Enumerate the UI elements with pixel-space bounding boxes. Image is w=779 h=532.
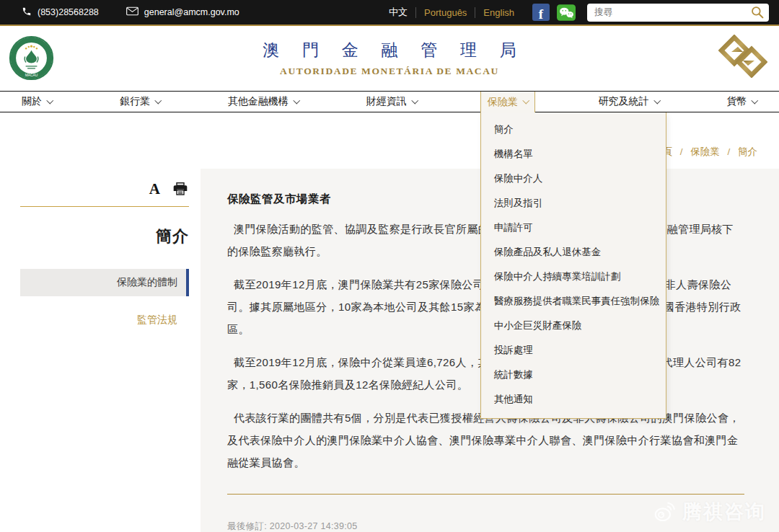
email-address: general@amcm.gov.mo	[144, 7, 239, 17]
site-title: 澳 門 金 融 管 理 局 AUTORIDADE MONETÁRIA DE MA…	[253, 39, 526, 77]
search-icon[interactable]	[751, 6, 764, 19]
breadcrumb-separator: /	[727, 146, 730, 157]
insurance-dropdown-menu: 簡介機構名單保險中介人法則及指引申請許可保險產品及私人退休基金保險中介人持續專業…	[480, 112, 666, 419]
chevron-down-icon	[155, 97, 162, 103]
macau-emblem[interactable]: MACAU	[9, 35, 54, 84]
dropdown-menu-item[interactable]: 保險產品及私人退休基金	[481, 240, 666, 265]
sidebar-menu-item[interactable]: 監管法規	[20, 314, 189, 327]
amcm-diamond-logo	[718, 35, 767, 81]
page-tools: A	[20, 177, 201, 200]
site-title-portuguese: AUTORIDADE MONETÁRIA DE MACAU	[253, 66, 526, 77]
chevron-down-icon	[411, 97, 418, 103]
sidebar: A 簡介 保險業的體制監管法規	[0, 169, 201, 532]
sidebar-menu: 保險業的體制監管法規	[20, 269, 201, 327]
dropdown-menu-item[interactable]: 統計數據	[481, 363, 666, 387]
breadcrumb-label: 簡介	[738, 146, 757, 157]
chevron-down-icon	[293, 97, 299, 103]
site-header: MACAU 澳 門 金 融 管 理 局 AUTORIDADE MONETÁRIA…	[0, 26, 779, 91]
nav-item[interactable]: 銀行業	[115, 92, 165, 112]
dropdown-menu-item[interactable]: 簡介	[481, 118, 666, 142]
page: (853)28568288 general@amcm.gov.mo 中文Port…	[0, 0, 779, 532]
nav-item[interactable]: 研究及統計	[594, 92, 664, 112]
phone-contact[interactable]: (853)28568288	[22, 6, 99, 19]
nav-item-label: 關於	[22, 95, 42, 108]
dropdown-menu-item[interactable]: 保險中介人	[481, 167, 666, 191]
social-links: f	[532, 4, 576, 21]
breadcrumb-item[interactable]: / 簡介	[722, 146, 757, 157]
facebook-icon[interactable]: f	[532, 4, 550, 21]
article-divider	[227, 494, 744, 495]
chevron-down-icon	[47, 97, 53, 103]
breadcrumb-label: 保險業	[690, 146, 720, 157]
dropdown-menu-item[interactable]: 其他通知	[481, 387, 666, 412]
wechat-icon[interactable]	[557, 4, 576, 21]
sidebar-divider	[20, 206, 189, 207]
nav-item[interactable]: 關於	[17, 92, 57, 112]
dropdown-menu-item[interactable]: 申請許可	[481, 216, 666, 240]
svg-text:MACAU: MACAU	[25, 74, 38, 77]
nav-item-label: 保險業	[488, 96, 518, 109]
nav-item-label: 財經資訊	[366, 95, 407, 108]
nav-item[interactable]: 貨幣	[722, 92, 762, 112]
main-navigation: 關於 銀行業 其他金融機構 財經資訊 保險業 簡介機構名單保險中介人	[0, 91, 779, 112]
language-link[interactable]: English	[475, 7, 522, 18]
dropdown-menu-item[interactable]: 投訴處理	[481, 338, 666, 363]
site-title-chinese: 澳 門 金 融 管 理 局	[263, 39, 526, 61]
nav-item[interactable]: 保險業 簡介機構名單保險中介人法則及指引申請許可保險產品及私人退休基金保險中介人…	[480, 92, 536, 112]
language-link[interactable]: Português	[415, 7, 475, 18]
breadcrumb-item[interactable]: / 保險業	[675, 146, 723, 157]
dropdown-menu-item[interactable]: 機構名單	[481, 142, 666, 167]
dropdown-menu-item[interactable]: 中小企巨災財產保險	[481, 314, 666, 338]
phone-number: (853)28568288	[38, 7, 99, 17]
nav-item[interactable]: 財經資訊	[362, 92, 422, 112]
language-link[interactable]: 中文	[381, 6, 415, 19]
nav-item-label: 銀行業	[120, 95, 150, 108]
chevron-down-icon	[653, 97, 660, 103]
email-contact[interactable]: general@amcm.gov.mo	[126, 6, 239, 18]
dropdown-menu-item[interactable]: 法則及指引	[481, 191, 666, 216]
dropdown-menu-item[interactable]: 保險中介人持續專業培訓計劃	[481, 265, 666, 289]
nav-item-label: 研究及統計	[599, 95, 649, 108]
nav-item[interactable]: 其他金融機構	[224, 92, 304, 112]
top-utility-bar: (853)28568288 general@amcm.gov.mo 中文Port…	[0, 0, 779, 26]
dropdown-menu-item[interactable]: 醫療服務提供者職業民事責任強制保險	[481, 289, 666, 314]
phone-icon	[22, 6, 32, 19]
breadcrumb-separator: /	[680, 146, 683, 157]
language-switcher: 中文PortuguêsEnglish	[381, 6, 522, 19]
search-box	[587, 4, 769, 22]
chevron-down-icon	[752, 97, 758, 103]
print-icon[interactable]	[173, 182, 188, 195]
nav-item-label: 貨幣	[726, 95, 747, 108]
nav-item-label: 其他金融機構	[228, 95, 289, 108]
sidebar-heading: 簡介	[20, 226, 189, 247]
envelope-icon	[126, 6, 138, 18]
sidebar-menu-item[interactable]: 保險業的體制	[20, 269, 189, 296]
font-size-icon[interactable]: A	[149, 182, 160, 197]
chevron-down-icon	[522, 97, 529, 104]
search-input[interactable]	[587, 4, 769, 22]
last-modified: 最後修訂: 2020-03-27 14:39:05	[227, 520, 744, 532]
